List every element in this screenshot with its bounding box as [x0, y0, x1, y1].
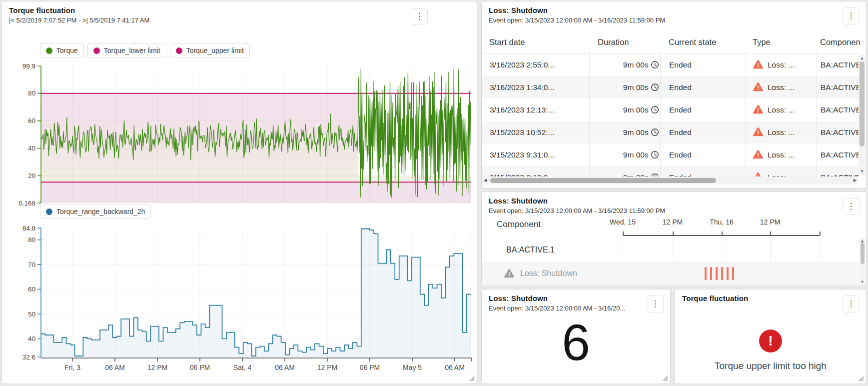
svg-text:06 PM: 06 PM: [190, 364, 210, 372]
duration-value: 9m 00s: [623, 83, 651, 92]
column-header-type[interactable]: Type: [753, 30, 771, 54]
warning-triangle-icon: [753, 84, 763, 93]
svg-text:06 PM: 06 PM: [360, 364, 380, 372]
table-row[interactable]: 3/16/2023 2:55:0...9m 00s EndedLoss: ...…: [482, 54, 859, 76]
kebab-menu-icon[interactable]: ⋮: [647, 296, 664, 312]
loss-shutdown-count-card: Loss: Shutdown Event open: 3/15/2023 12:…: [481, 289, 671, 384]
table-row[interactable]: 3/16/2023 12:13:...9m 00s EndedLoss: ...…: [482, 98, 859, 121]
kebab-menu-icon[interactable]: ⋮: [843, 296, 860, 312]
component-column-header: Component: [497, 220, 541, 230]
kebab-menu-icon[interactable]: ⋮: [843, 198, 860, 215]
cell-current-state: Ended: [669, 166, 742, 176]
timeline-axis-tick: [623, 232, 624, 236]
type-label: Loss: ...: [768, 60, 795, 69]
panel-title: Torque fluctuation: [682, 294, 834, 302]
vertical-scrollbar[interactable]: ▲ ▼: [859, 54, 866, 176]
table-body: 3/16/2023 2:55:0...9m 00s EndedLoss: ...…: [482, 54, 866, 176]
svg-text:20: 20: [28, 172, 35, 180]
cell-start-date: 3/15/2023 10:52:...: [490, 121, 587, 144]
svg-text:06 AM: 06 AM: [445, 364, 465, 372]
cell-type: Loss: ...: [753, 166, 813, 176]
event-mark: [705, 267, 707, 280]
timeline-row[interactable]: Loss: Shutdown: [482, 262, 859, 285]
cell-current-state: Ended: [669, 76, 742, 98]
table-row[interactable]: 3/15/2023 9:31:0...9m 00s EndedLoss: ...…: [482, 144, 859, 166]
type-label: Loss: ...: [768, 106, 795, 114]
warning-triangle-icon: [753, 152, 763, 160]
event-mark: [732, 267, 734, 280]
svg-text:06 AM: 06 AM: [275, 364, 295, 372]
cell-start-date: 3/16/2023 12:13:...: [490, 98, 587, 121]
column-divider: [816, 52, 817, 176]
scrollbar-thumb[interactable]: [861, 242, 865, 264]
scroll-left-icon[interactable]: ◀: [484, 176, 487, 184]
svg-text:40: 40: [28, 144, 35, 152]
scrollbar-thumb[interactable]: [490, 178, 716, 183]
type-label: Loss: ...: [768, 83, 795, 92]
svg-text:99.9: 99.9: [22, 62, 35, 70]
scroll-down-icon[interactable]: ▼: [860, 168, 864, 176]
timeline-axis-tick: [673, 232, 674, 236]
torque-trend-charts[interactable]: 99.9806040200.16884.8807060504032.6Fri, …: [2, 2, 477, 382]
duration-value: 9m 00s: [623, 60, 651, 69]
timeline-axis-ruler: [623, 235, 820, 236]
cell-current-state: Ended: [669, 54, 742, 76]
resize-handle-icon[interactable]: [662, 376, 668, 381]
horizontal-scrollbar[interactable]: ◀ ▶: [482, 176, 858, 184]
column-header-component[interactable]: Component: [820, 30, 860, 54]
cell-current-state: Ended: [669, 98, 742, 121]
cell-start-date: 3/15/2023 8:10:0...: [490, 166, 587, 176]
panel-header: Loss: Shutdown Event open: 3/15/2023 12:…: [489, 294, 638, 312]
warning-triangle-grey-icon: [504, 268, 514, 280]
torque-fluctuation-panel: Torque fluctuation |< 5/2/2019 7:07:52 P…: [1, 1, 477, 384]
cell-component: BA:ACTIVE.1: [821, 98, 859, 121]
table-row[interactable]: 3/15/2023 10:52:...9m 00s EndedLoss: ...…: [482, 121, 859, 144]
panel-event-range: Event open: 3/15/2023 12:00:00 AM - 3/16…: [489, 207, 834, 214]
resize-handle-icon[interactable]: [858, 376, 864, 381]
timeline-row[interactable]: BA:ACTIVE.1: [482, 238, 859, 262]
kebab-menu-icon[interactable]: ⋮: [843, 8, 860, 24]
column-header-start-date[interactable]: Start date: [489, 30, 525, 54]
clock-icon: [651, 83, 659, 92]
cell-start-date: 3/16/2023 1:34:0...: [490, 76, 587, 98]
svg-text:80: 80: [28, 90, 35, 97]
alert-exclamation-icon: !: [759, 330, 782, 352]
panel-title: Loss: Shutdown: [489, 6, 834, 14]
table-row[interactable]: 3/15/2023 8:10:0...9m 00s EndedLoss: ...…: [482, 166, 859, 176]
cell-type: Loss: ...: [753, 121, 813, 145]
svg-text:12 PM: 12 PM: [317, 364, 337, 372]
column-header-duration[interactable]: Duration: [598, 30, 629, 54]
column-header-current-state[interactable]: Current state: [669, 30, 716, 54]
cell-component: BA:ACTIVE.1: [821, 166, 859, 176]
clock-icon: [651, 60, 659, 69]
table-row[interactable]: 3/16/2023 1:34:0...9m 00s EndedLoss: ...…: [482, 76, 859, 98]
scrollbar-thumb[interactable]: [860, 62, 865, 146]
resize-handle-icon[interactable]: [469, 376, 474, 381]
panel-header: Torque fluctuation: [682, 294, 834, 302]
svg-text:Fri, 3: Fri, 3: [64, 364, 80, 372]
timeline-axis-tick: [770, 232, 771, 236]
scroll-down-icon[interactable]: ▼: [861, 278, 864, 286]
warning-triangle-icon: [753, 130, 763, 138]
cell-start-date: 3/15/2023 9:31:0...: [490, 144, 587, 166]
cell-type: Loss: ...: [753, 76, 813, 100]
timeline-axis-label: Wed, 15: [610, 218, 636, 226]
timeline-axis-label: Thu, 16: [710, 218, 733, 226]
dashboard: Torque fluctuation |< 5/2/2019 7:07:52 P…: [0, 0, 868, 386]
svg-text:50: 50: [28, 310, 35, 318]
panel-header: Loss: Shutdown Event open: 3/15/2023 12:…: [489, 6, 834, 24]
event-mark: [727, 267, 729, 280]
clock-icon: [651, 150, 659, 159]
svg-text:06 AM: 06 AM: [105, 364, 125, 372]
timeline-axis-label: 12 PM: [663, 218, 683, 226]
scroll-right-icon[interactable]: ▶: [854, 176, 857, 184]
cell-duration: 9m 00s: [598, 54, 659, 76]
vertical-scrollbar[interactable]: ▲ ▼: [860, 238, 866, 285]
loss-shutdown-table-panel: Loss: Shutdown Event open: 3/15/2023 12:…: [481, 1, 867, 188]
cell-current-state: Ended: [669, 121, 742, 144]
loss-shutdown-timeline-panel: Loss: Shutdown Event open: 3/15/2023 12:…: [481, 192, 867, 286]
duration-value: 9m 00s: [623, 128, 651, 136]
cell-duration: 9m 00s: [598, 144, 659, 166]
panel-event-range: Event open: 3/15/2023 12:00:00 AM - 3/16…: [489, 304, 638, 312]
svg-text:40: 40: [28, 335, 35, 342]
